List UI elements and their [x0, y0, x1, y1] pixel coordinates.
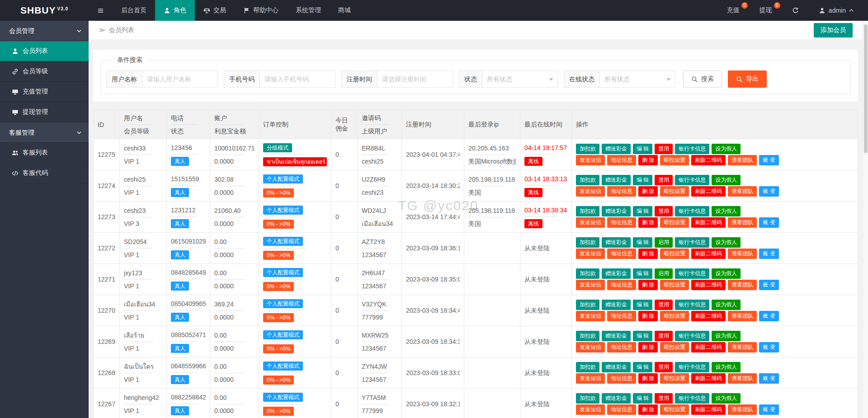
- send-sms-button[interactable]: 发送短信: [576, 186, 605, 197]
- address-info-button[interactable]: 地址信息: [607, 342, 636, 352]
- bank-card-info-button[interactable]: 银行卡信息: [675, 237, 709, 248]
- view-team-button[interactable]: 查看团队: [728, 186, 757, 197]
- bank-card-info-button[interactable]: 银行卡信息: [675, 144, 709, 154]
- send-sms-button[interactable]: 发送短信: [576, 249, 605, 259]
- send-sms-button[interactable]: 发送短信: [576, 311, 605, 321]
- add-member-button[interactable]: 添加会员: [814, 23, 853, 38]
- address-info-button[interactable]: 地址信息: [607, 280, 636, 290]
- set-fake-button[interactable]: 设为假人: [712, 268, 741, 279]
- refresh-qrcode-button[interactable]: 刷新二维码: [691, 311, 726, 321]
- account-change-button[interactable]: 账 变: [759, 404, 778, 415]
- add-deduct-button[interactable]: 加扣款: [576, 237, 599, 248]
- withdraw-nav-item[interactable]: 提现 0: [750, 0, 782, 21]
- set-fake-button[interactable]: 设为假人: [712, 237, 741, 248]
- send-sms-button[interactable]: 发送短信: [576, 280, 605, 290]
- sidebar-toggle-button[interactable]: [89, 0, 113, 21]
- add-deduct-button[interactable]: 加扣款: [576, 362, 599, 372]
- add-deduct-button[interactable]: 加扣款: [576, 300, 599, 310]
- toggle-enable-button[interactable]: 禁用: [655, 362, 673, 372]
- nav-item-1[interactable]: 角色: [155, 0, 195, 21]
- account-change-button[interactable]: 账 变: [759, 342, 778, 352]
- refresh-qrcode-button[interactable]: 刷新二维码: [691, 404, 726, 415]
- gift-bonus-button[interactable]: 赠送彩金: [602, 362, 631, 372]
- search-button[interactable]: 搜索: [683, 70, 722, 88]
- status-select[interactable]: 所有状态: [482, 70, 558, 88]
- view-team-button[interactable]: 查看团队: [728, 217, 757, 228]
- add-deduct-button[interactable]: 加扣款: [576, 331, 599, 341]
- nav-item-0[interactable]: 后台首页: [113, 0, 155, 21]
- edit-button[interactable]: 编 辑: [633, 331, 652, 341]
- view-team-button[interactable]: 查看团队: [728, 249, 757, 259]
- send-sms-button[interactable]: 发送短信: [576, 342, 605, 352]
- address-info-button[interactable]: 地址信息: [607, 155, 636, 165]
- delete-button[interactable]: 删 除: [638, 155, 658, 165]
- toggle-enable-button[interactable]: 启用: [655, 268, 673, 279]
- set-fake-button[interactable]: 设为假人: [712, 175, 741, 185]
- edit-button[interactable]: 编 辑: [633, 393, 652, 404]
- bank-card-info-button[interactable]: 银行卡信息: [675, 206, 709, 216]
- hidden-deduct-button[interactable]: 暗扣设置: [660, 186, 689, 197]
- bank-card-info-button[interactable]: 银行卡信息: [675, 175, 709, 185]
- add-deduct-button[interactable]: 加扣款: [576, 393, 599, 404]
- bank-card-info-button[interactable]: 银行卡信息: [675, 393, 709, 404]
- address-info-button[interactable]: 地址信息: [607, 186, 636, 197]
- add-deduct-button[interactable]: 加扣款: [576, 175, 599, 185]
- account-change-button[interactable]: 账 变: [759, 280, 778, 290]
- nav-item-4[interactable]: 系统管理: [287, 0, 330, 21]
- set-fake-button[interactable]: 设为假人: [712, 206, 741, 216]
- refresh-qrcode-button[interactable]: 刷新二维码: [691, 186, 726, 197]
- toggle-enable-button[interactable]: 禁用: [655, 144, 673, 154]
- set-fake-button[interactable]: 设为假人: [712, 362, 741, 372]
- hidden-deduct-button[interactable]: 暗扣设置: [660, 311, 689, 321]
- delete-button[interactable]: 删 除: [638, 373, 658, 384]
- refresh-qrcode-button[interactable]: 刷新二维码: [691, 342, 726, 352]
- nav-item-5[interactable]: 商城: [330, 0, 359, 21]
- sidebar-item-会员等级[interactable]: 会员等级: [0, 61, 89, 82]
- account-change-button[interactable]: 账 变: [759, 373, 778, 384]
- regtime-filter[interactable]: [377, 70, 453, 88]
- gift-bonus-button[interactable]: 赠送彩金: [602, 331, 631, 341]
- refresh-qrcode-button[interactable]: 刷新二维码: [691, 280, 726, 290]
- delete-button[interactable]: 删 除: [638, 249, 658, 259]
- add-deduct-button[interactable]: 加扣款: [576, 268, 599, 279]
- edit-button[interactable]: 编 辑: [633, 144, 652, 154]
- bank-card-info-button[interactable]: 银行卡信息: [675, 362, 709, 372]
- view-team-button[interactable]: 查看团队: [728, 342, 757, 352]
- address-info-button[interactable]: 地址信息: [607, 217, 636, 228]
- refresh-qrcode-button[interactable]: 刷新二维码: [691, 217, 726, 228]
- refresh-qrcode-button[interactable]: 刷新二维码: [691, 155, 726, 165]
- bank-card-info-button[interactable]: 银行卡信息: [675, 268, 709, 279]
- hidden-deduct-button[interactable]: 暗扣设置: [660, 249, 689, 259]
- view-team-button[interactable]: 查看团队: [728, 311, 757, 321]
- edit-button[interactable]: 编 辑: [633, 268, 652, 279]
- recharge-nav-item[interactable]: 充值 0: [717, 0, 750, 21]
- gift-bonus-button[interactable]: 赠送彩金: [602, 144, 631, 154]
- set-fake-button[interactable]: 设为假人: [712, 144, 741, 154]
- toggle-enable-button[interactable]: 禁用: [655, 393, 673, 404]
- admin-menu[interactable]: admin: [809, 0, 863, 21]
- account-change-button[interactable]: 账 变: [759, 186, 778, 197]
- refresh-qrcode-button[interactable]: 刷新二维码: [691, 373, 726, 384]
- set-fake-button[interactable]: 设为假人: [712, 331, 741, 341]
- send-sms-button[interactable]: 发送短信: [576, 404, 605, 415]
- add-deduct-button[interactable]: 加扣款: [576, 144, 599, 154]
- toggle-enable-button[interactable]: 禁用: [655, 331, 673, 341]
- sidebar-item-会员列表[interactable]: 会员列表: [0, 41, 89, 61]
- account-change-button[interactable]: 账 变: [759, 155, 778, 165]
- view-team-button[interactable]: 查看团队: [728, 404, 757, 415]
- export-button[interactable]: 导出: [728, 70, 767, 88]
- view-team-button[interactable]: 查看团队: [728, 373, 757, 384]
- gift-bonus-button[interactable]: 赠送彩金: [602, 175, 631, 185]
- edit-button[interactable]: 编 辑: [633, 237, 652, 248]
- scrollbar-track[interactable]: [863, 21, 868, 418]
- hidden-deduct-button[interactable]: 暗扣设置: [660, 280, 689, 290]
- delete-button[interactable]: 删 除: [638, 311, 658, 321]
- toggle-enable-button[interactable]: 启用: [655, 237, 673, 248]
- address-info-button[interactable]: 地址信息: [607, 311, 636, 321]
- bank-card-info-button[interactable]: 银行卡信息: [675, 300, 709, 310]
- delete-button[interactable]: 删 除: [638, 186, 658, 197]
- delete-button[interactable]: 删 除: [638, 217, 658, 228]
- username-filter[interactable]: [142, 70, 218, 88]
- account-change-button[interactable]: 账 变: [759, 249, 778, 259]
- bank-card-info-button[interactable]: 银行卡信息: [675, 331, 709, 341]
